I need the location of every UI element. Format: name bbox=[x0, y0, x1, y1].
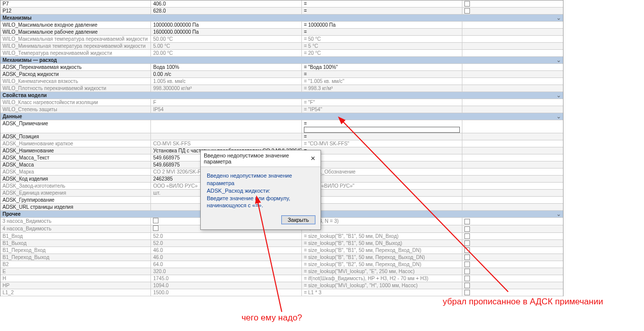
param-value[interactable]: 1.005 кв. мм/с bbox=[151, 78, 301, 85]
param-row[interactable]: WILO_Максимальная температура перекачива… bbox=[1, 36, 563, 43]
param-formula[interactable]: = "F" bbox=[302, 99, 462, 106]
param-lock-cell[interactable] bbox=[462, 78, 563, 85]
param-row[interactable]: WILO_Класс нагревостойкости изоляцииF= "… bbox=[1, 99, 563, 106]
param-row[interactable]: WILO_Плотность перекачиваемой жидкости99… bbox=[1, 85, 563, 92]
param-row[interactable]: B1_Выход52.0= size_lookup("B", "B1", 50 … bbox=[1, 240, 563, 247]
param-row[interactable]: ADSK_Позиция= bbox=[1, 133, 563, 140]
param-formula[interactable]: = 4 bbox=[302, 225, 462, 232]
group-header[interactable]: Данные⌵ bbox=[1, 113, 563, 120]
param-formula[interactable]: = size_lookup("B", "B1", 50 мм, Переход_… bbox=[302, 254, 462, 261]
lock-checkbox[interactable] bbox=[464, 219, 470, 224]
param-formula[interactable]: = bbox=[302, 133, 462, 140]
param-row[interactable]: ADSK_Наименование краткоеCO-MVI SK-FFS= … bbox=[1, 140, 563, 147]
param-formula[interactable]: = (N = 4, N = 3) bbox=[302, 218, 462, 225]
param-value[interactable]: 1094.0 bbox=[151, 282, 301, 289]
group-header[interactable]: Механизмы — расход⌵ bbox=[1, 57, 563, 64]
param-value[interactable]: 5.00 °C bbox=[151, 43, 301, 49]
lock-checkbox[interactable] bbox=[464, 240, 470, 246]
param-value[interactable]: 1000000.000000 Па bbox=[151, 22, 301, 28]
param-formula[interactable]: = size_lookup("MVI_lookup", "E", 250 мм,… bbox=[302, 268, 462, 275]
param-value[interactable]: 52.0 bbox=[151, 240, 301, 246]
param-formula[interactable]: = 998.3 кг/м³ bbox=[302, 85, 462, 92]
param-row[interactable]: L1_21500.0= L1 * 3 bbox=[1, 289, 563, 296]
param-formula[interactable]: = ООО «ВИЛО РУС»" bbox=[302, 183, 462, 189]
param-lock-cell[interactable] bbox=[462, 225, 563, 232]
collapse-icon[interactable]: ⌵ bbox=[556, 93, 561, 98]
param-formula[interactable]: = bbox=[302, 71, 462, 77]
param-value[interactable]: Вода 100% bbox=[151, 64, 301, 70]
lock-checkbox[interactable] bbox=[464, 255, 470, 260]
param-lock-cell[interactable] bbox=[462, 254, 563, 261]
param-value[interactable]: 406.0 bbox=[151, 1, 301, 7]
param-lock-cell[interactable] bbox=[462, 247, 563, 254]
param-lock-cell[interactable] bbox=[462, 71, 563, 77]
param-row[interactable]: ADSK_Расход жидкости0.00 л/с= bbox=[1, 71, 563, 78]
param-row[interactable]: ADSK_Перекачиваемая жидкостьВода 100%= "… bbox=[1, 64, 563, 71]
param-value[interactable]: 998.300000 кг/м³ bbox=[151, 85, 301, 92]
collapse-icon[interactable]: ⌵ bbox=[556, 211, 561, 216]
param-value[interactable]: 64.0 bbox=[151, 261, 301, 268]
param-lock-cell[interactable] bbox=[462, 289, 563, 296]
group-header[interactable]: Свойства модели⌵ bbox=[1, 92, 563, 99]
param-formula[interactable]: = bbox=[302, 8, 462, 14]
param-lock-cell[interactable] bbox=[462, 233, 563, 239]
value-checkbox[interactable] bbox=[153, 225, 158, 231]
param-value[interactable]: CO-MVI SK-FFS bbox=[151, 140, 301, 147]
param-formula[interactable]: = "Вода 100%" bbox=[302, 64, 462, 70]
param-row[interactable]: B1_Переход_Выход46.0= size_lookup("B", "… bbox=[1, 254, 563, 261]
lock-checkbox[interactable] bbox=[464, 269, 470, 274]
collapse-icon[interactable]: ⌵ bbox=[556, 15, 561, 20]
param-lock-cell[interactable] bbox=[462, 64, 563, 70]
param-lock-cell[interactable] bbox=[462, 161, 563, 168]
param-lock-cell[interactable] bbox=[462, 183, 563, 189]
param-formula[interactable] bbox=[302, 176, 462, 182]
param-lock-cell[interactable] bbox=[462, 36, 563, 42]
lock-checkbox[interactable] bbox=[464, 226, 470, 232]
param-formula[interactable] bbox=[302, 197, 462, 203]
param-lock-cell[interactable] bbox=[462, 204, 563, 210]
param-lock-cell[interactable] bbox=[462, 85, 563, 92]
param-formula[interactable]: = 50 °C bbox=[302, 36, 462, 42]
param-formula[interactable]: = 5 °C bbox=[302, 43, 462, 49]
param-value[interactable]: 52.0 bbox=[151, 233, 301, 239]
param-value[interactable]: 46.0 bbox=[151, 247, 301, 254]
param-lock-cell[interactable] bbox=[462, 140, 563, 147]
param-row[interactable]: H1745.0= if(not(Шкаф_Видимость), HP + H3… bbox=[1, 275, 563, 282]
param-lock-cell[interactable] bbox=[462, 240, 563, 246]
lock-checkbox[interactable] bbox=[464, 290, 470, 295]
lock-checkbox[interactable] bbox=[464, 262, 470, 267]
param-formula[interactable]: = bbox=[302, 147, 462, 154]
param-formula[interactable]: = bbox=[302, 120, 462, 133]
param-value[interactable]: 1600000.000000 Па bbox=[151, 29, 301, 35]
param-lock-cell[interactable] bbox=[462, 22, 563, 28]
param-lock-cell[interactable] bbox=[462, 29, 563, 35]
lock-checkbox[interactable] bbox=[464, 233, 470, 239]
param-value[interactable]: 1745.0 bbox=[151, 275, 301, 282]
param-row[interactable]: ADSK_Примечание= bbox=[1, 120, 563, 133]
param-lock-cell[interactable] bbox=[462, 218, 563, 225]
formula-edit-input[interactable] bbox=[304, 127, 460, 133]
param-formula[interactable]: = шт." bbox=[302, 190, 462, 196]
param-formula[interactable]: = bbox=[302, 1, 462, 7]
param-formula[interactable]: = bbox=[302, 29, 462, 35]
param-lock-cell[interactable] bbox=[462, 261, 563, 268]
param-row[interactable]: E320.0= size_lookup("MVI_lookup", "E", 2… bbox=[1, 268, 563, 275]
param-value[interactable]: 0.00 л/с bbox=[151, 71, 301, 77]
parameter-grid[interactable]: P7406.0=P12628.0=Механизмы⌵WILO_Максимал… bbox=[0, 0, 564, 296]
lock-checkbox[interactable] bbox=[464, 247, 470, 253]
param-lock-cell[interactable] bbox=[462, 275, 563, 282]
param-lock-cell[interactable] bbox=[462, 197, 563, 203]
param-formula[interactable]: = "IP54" bbox=[302, 106, 462, 113]
param-value[interactable]: 20.00 °C bbox=[151, 50, 301, 56]
param-row[interactable]: P12628.0= bbox=[1, 8, 563, 15]
param-formula[interactable]: = "1.005 кв. мм/с" bbox=[302, 78, 462, 85]
param-formula[interactable]: = size_lookup("B", "B2", 50 мм, Переход_… bbox=[302, 261, 462, 268]
param-lock-cell[interactable] bbox=[462, 268, 563, 275]
dialog-close-button[interactable]: Закрыть bbox=[281, 215, 315, 224]
param-lock-cell[interactable] bbox=[462, 43, 563, 49]
dialog-titlebar[interactable]: Введено недопустимое значение параметра … bbox=[201, 150, 320, 167]
param-row[interactable]: P7406.0= bbox=[1, 1, 563, 8]
param-formula[interactable]: = 20 °C bbox=[302, 50, 462, 56]
param-lock-cell[interactable] bbox=[462, 176, 563, 182]
param-lock-cell[interactable] bbox=[462, 120, 563, 133]
